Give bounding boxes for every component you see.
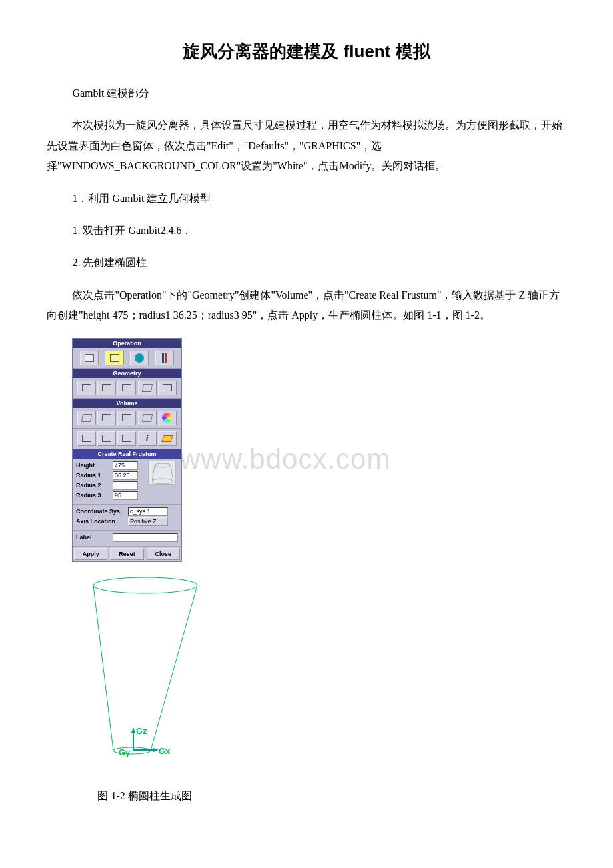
button-row: Apply Reset Close (73, 546, 181, 561)
frustum-diagram (148, 461, 176, 485)
smooth-button[interactable] (117, 431, 136, 446)
axis-loc-label: Axis Location (76, 518, 128, 525)
height-label: Height (76, 462, 113, 469)
apply-button[interactable]: Apply (74, 548, 107, 560)
group-icon (163, 384, 172, 391)
move-icon (122, 414, 131, 421)
box-icon (82, 384, 91, 391)
coord-sys-input[interactable]: c_sys.1 (128, 507, 168, 516)
vertex-button[interactable] (77, 381, 96, 395)
boolean-button[interactable] (97, 411, 116, 425)
edge-button[interactable] (97, 381, 116, 395)
box3-icon (122, 384, 131, 391)
svg-line-7 (151, 585, 197, 751)
palette-icon (162, 413, 172, 423)
axis-loc-dropdown[interactable]: Positive Z (128, 517, 168, 526)
radius2-label: Radius 2 (76, 482, 113, 489)
operation-toolbar (73, 348, 181, 369)
coord-sys-label: Coordinate Sys. (76, 508, 128, 515)
globe-icon (135, 353, 144, 363)
paragraph-2: 本次模拟为一旋风分离器，具体设置尺寸见建模过程，用空气作为材料模拟流场。为方便图… (47, 115, 566, 176)
page-title: 旋风分离器的建模及 fluent 模拟 (47, 40, 566, 63)
volume-header: Volume (73, 399, 181, 408)
delete-button[interactable] (158, 431, 177, 446)
split-button[interactable] (138, 411, 157, 425)
tools-button[interactable] (155, 351, 174, 365)
create-volume-button[interactable] (77, 411, 96, 425)
svg-point-0 (155, 463, 171, 467)
mesh-button[interactable] (105, 351, 124, 365)
connect-icon (102, 435, 111, 442)
height-input[interactable]: 475 (113, 461, 138, 470)
volume-button[interactable] (138, 381, 157, 395)
label-input[interactable] (113, 533, 178, 542)
color-button[interactable] (158, 411, 177, 425)
info-icon: i (143, 434, 151, 443)
svg-line-2 (152, 465, 155, 481)
operation-header: Operation (73, 339, 181, 348)
tool2-icon (165, 353, 167, 363)
zones-button[interactable] (130, 351, 149, 365)
radius3-input[interactable]: 95 (113, 491, 138, 500)
geometry-toolbar (73, 378, 181, 399)
svg-line-3 (171, 465, 173, 481)
paragraph-5: 2. 先创建椭圆柱 (47, 253, 566, 273)
geometry-header: Geometry (73, 369, 181, 378)
create-frustum-header: Create Real Frustum (73, 449, 181, 459)
paragraph-4: 1. 双击打开 Gambit2.4.6， (47, 221, 566, 241)
modify-icon (82, 435, 91, 442)
summarize-button[interactable]: i (138, 431, 157, 446)
svg-point-4 (93, 577, 197, 593)
gambit-panel: Operation Geometry Volume i Create Real … (72, 338, 182, 562)
close-button[interactable]: Close (147, 548, 180, 560)
radius3-label: Radius 3 (76, 492, 113, 499)
eraser-icon (161, 435, 173, 442)
cone-figure: Gz Gy Gx (72, 575, 566, 771)
gx-label: Gx (159, 746, 171, 756)
svg-line-6 (93, 585, 113, 751)
geometry-button[interactable] (80, 351, 99, 365)
gz-label: Gz (136, 726, 147, 736)
modify-button[interactable] (77, 431, 96, 446)
reset-button[interactable]: Reset (110, 548, 143, 560)
face-button[interactable] (117, 381, 136, 395)
label-field-label: Label (76, 534, 113, 541)
split-icon (142, 414, 153, 422)
label-section: Label (73, 530, 181, 546)
svg-marker-11 (153, 748, 159, 752)
coord-section: Coordinate Sys. c_sys.1 Axis Location Po… (73, 504, 181, 530)
grid-icon (110, 354, 119, 362)
radius2-input[interactable] (113, 481, 138, 490)
svg-point-1 (152, 479, 173, 484)
paragraph-6: 依次点击"Operation"下的"Geometry"创建体"Volume"，点… (47, 285, 566, 326)
bool-icon (102, 414, 111, 421)
tool-icon (162, 353, 164, 363)
frustum-form: Height 475 Radius 1 36.25 Radius 2 Radiu… (73, 459, 181, 504)
watermark-text: www.bdocx.com (180, 443, 390, 475)
volume-toolbar-2: i (73, 429, 181, 449)
volume-icon (142, 384, 153, 392)
radius1-input[interactable]: 36.25 (113, 471, 138, 480)
gy-label: Gy (119, 747, 131, 757)
box2-icon (102, 384, 111, 391)
group-button[interactable] (158, 381, 177, 395)
figure-caption: 图 1-2 椭圆柱生成图 (72, 786, 566, 806)
volume-toolbar (73, 408, 181, 429)
smooth-icon (122, 435, 131, 442)
move-button[interactable] (117, 411, 136, 425)
cube-icon (85, 354, 94, 362)
radius1-label: Radius 1 (76, 472, 113, 479)
svg-marker-9 (131, 727, 135, 733)
paragraph-3: 1．利用 Gambit 建立几何模型 (47, 189, 566, 209)
connect-button[interactable] (97, 431, 116, 446)
create-icon (81, 414, 92, 422)
paragraph-1: Gambit 建模部分 (47, 83, 566, 103)
